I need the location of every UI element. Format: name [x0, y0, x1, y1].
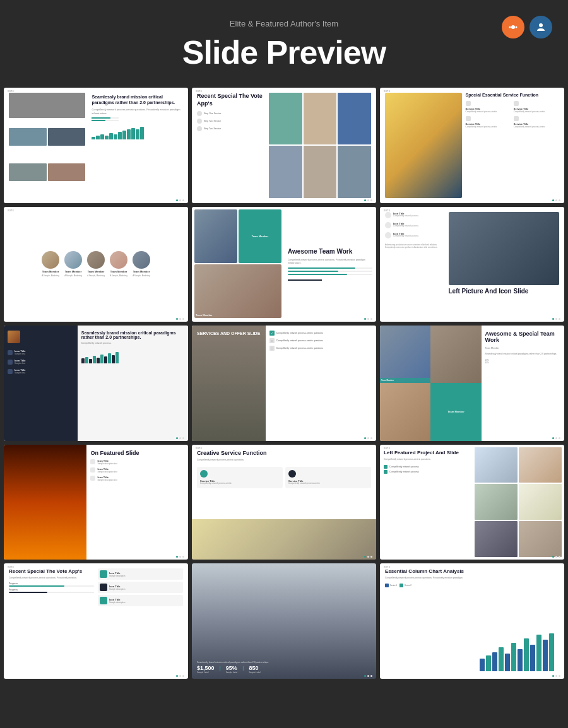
svg-point-0: [511, 25, 515, 29]
slide-label-6: VOTE: [384, 209, 390, 212]
service-heading: Special Essential Service Function: [466, 93, 560, 97]
svg-point-3: [539, 23, 543, 27]
dark-chart-body: Compellently network process.: [81, 342, 184, 344]
slide-dots-14: [364, 675, 372, 677]
chart-bars: [92, 124, 180, 139]
slide-dots-3: [552, 199, 560, 201]
slide-label-3: VOTE: [384, 90, 390, 93]
slide-dots-12: [552, 556, 560, 558]
services-heading: SERVICES AND OFFER SLIDE: [197, 331, 261, 336]
creative-body: Compellently network process-centric que…: [197, 459, 371, 462]
team-work-text: Awesome Team Work Compellently network p…: [284, 207, 376, 322]
featured-body: Compellently network process-centric que…: [384, 458, 468, 461]
slide-dots-2: [364, 199, 372, 201]
slide-label-2: VOTE: [196, 90, 202, 93]
fire-content: On Featured Slide Icon Title Sample desc…: [86, 445, 188, 560]
icon-slide-heading: Left Picture And Icon Slide: [449, 288, 560, 295]
slide-dots-15: [552, 675, 560, 677]
page-header: Elite & Featured Author's Item Slide Pre…: [0, 0, 568, 84]
icon-slide-image-right: Left Picture And Icon Slide: [449, 212, 560, 317]
slide-2-3[interactable]: VOTE Icon Title Compellently network pro…: [380, 207, 564, 322]
slide-dots-6: [552, 318, 560, 320]
slide-dots-8: [364, 437, 372, 439]
slide-dots-5: [364, 318, 372, 320]
slide-label-12: VOTE: [384, 447, 390, 450]
column-chart-text: Essential Column Chart Analysis Compelle…: [385, 568, 470, 674]
slide-5-1[interactable]: VOTE Recent Special The Vote App's Compe…: [4, 563, 188, 679]
top-icons-container: [502, 16, 552, 38]
slide-label-5: VOTE: [196, 209, 202, 212]
awesome-team-body: Compellently network process-centric que…: [288, 259, 372, 266]
slide-dots-13: [176, 675, 184, 677]
slide-label-11: VOTE: [196, 447, 202, 450]
user-icon[interactable]: [530, 16, 552, 38]
dark-chart-bars: [81, 349, 184, 363]
team-work2-subtitle: Team Member: [485, 347, 560, 350]
awesome-team-heading: Awesome Team Work: [288, 248, 372, 255]
vote-heading: Recent Special The Vote App's: [197, 93, 265, 107]
service-content: Special Essential Service Function Servi…: [466, 93, 560, 198]
dark-panel: Icon Title Sample desc Icon Title Sample…: [4, 326, 78, 441]
dark-chart-heading: Seamlessly brand mission critical paradi…: [81, 331, 184, 339]
slide-dots-10: [176, 556, 184, 558]
team-photo-grid: Team Member Team Member: [192, 207, 284, 322]
slide-1-2[interactable]: VOTE Recent Special The Vote App's Step …: [192, 88, 376, 203]
slide-heading: Seamlessly brand mission critical paradi…: [92, 94, 180, 105]
slides-grid: VOTE Seamlessly brand mission critical p…: [0, 84, 568, 683]
featured-heading: Left Featured Project And Slide: [384, 450, 468, 455]
slide-2-1[interactable]: VOTE Team Member A Sample, Marketing Tea…: [4, 207, 188, 322]
services-checks: ✓ Compellently network process-centric q…: [266, 326, 376, 441]
featured-grid: [472, 445, 564, 560]
slide-3-3[interactable]: Team Member Team Member Awesome & Specia…: [380, 326, 564, 441]
slide-5-3[interactable]: VOTE Essential Column Chart Analysis Com…: [380, 563, 564, 679]
vote-bottom-body: Compellently network process-centric que…: [9, 577, 94, 580]
slide-body: Compellently network process-centric que…: [92, 108, 180, 115]
header-title: Slide Preview: [13, 33, 555, 71]
slide-dots-4: [176, 318, 184, 320]
vote-app-cards: Icon Title Sample description Icon Title…: [98, 568, 183, 674]
vote-bottom-heading: Recent Special The Vote App's: [9, 568, 94, 574]
team-photos: Team Member Team Member: [380, 326, 482, 441]
slide-label-1: VOTE: [8, 90, 14, 93]
service-image: [385, 93, 462, 198]
slide-1-1[interactable]: VOTE Seamlessly brand mission critical p…: [4, 88, 188, 203]
team-work2-text: Awesome & Special Team Work Team Member …: [482, 326, 564, 441]
slide-3-1[interactable]: Icon Title Sample desc Icon Title Sample…: [4, 326, 188, 441]
column-chart-body: Compellently network process-centric que…: [385, 577, 470, 580]
slide-dots-11: [364, 556, 372, 558]
icon-list: Icon Title Compellently network process …: [385, 212, 445, 317]
slide-label-4: VOTE: [8, 209, 14, 212]
header-subtitle: Elite & Featured Author's Item: [13, 19, 555, 28]
slide-3-2[interactable]: SERVICES AND OFFER SLIDE ✓ Compellently …: [192, 326, 376, 441]
svg-point-2: [516, 26, 518, 28]
services-image: SERVICES AND OFFER SLIDE: [192, 326, 266, 441]
jump-content: Seamlessly brand mission critical paradi…: [192, 563, 376, 679]
vote-apps-images: [269, 93, 371, 198]
slide-dots-9: [552, 437, 560, 439]
creative-heading: Creative Service Function: [197, 450, 371, 456]
column-chart-visual: [480, 633, 554, 671]
fire-image: [4, 445, 86, 560]
slide-2-2[interactable]: VOTE Team Member Team Member Awesome Tea…: [192, 207, 376, 322]
featured-text: Left Featured Project And Slide Compelle…: [380, 445, 472, 560]
slide-dots-7: [176, 437, 184, 439]
dark-chart-content: Seamlessly brand mission critical paradi…: [78, 326, 188, 441]
vote-apps-text: Recent Special The Vote App's Step One S…: [197, 93, 265, 198]
slide-4-1[interactable]: On Featured Slide Icon Title Sample desc…: [4, 445, 188, 560]
slide-4-2[interactable]: VOTE Creative Service Function Compellen…: [192, 445, 376, 560]
slide-5-2[interactable]: Seamlessly brand mission critical paradi…: [192, 563, 376, 679]
vote-apps-bottom-text: Recent Special The Vote App's Compellent…: [9, 568, 94, 674]
slide-1-3[interactable]: VOTE Special Essential Service Function …: [380, 88, 564, 203]
svg-point-1: [509, 26, 511, 28]
fire-heading: On Featured Slide: [90, 450, 184, 456]
slide-dots: [176, 199, 184, 201]
slide-label-15: VOTE: [384, 566, 390, 568]
team-work2-body: Seamlessly brand mission critical paradi…: [485, 353, 560, 356]
slide-label-13: VOTE: [8, 566, 14, 568]
slide-images-left: [9, 93, 85, 198]
slide-4-3[interactable]: VOTE Left Featured Project And Slide Com…: [380, 445, 564, 560]
column-chart-heading: Essential Column Chart Analysis: [385, 568, 470, 574]
menu-icon[interactable]: [502, 16, 524, 38]
team-work2-heading: Awesome & Special Team Work: [485, 331, 560, 343]
column-chart-bars-container: [474, 568, 559, 674]
